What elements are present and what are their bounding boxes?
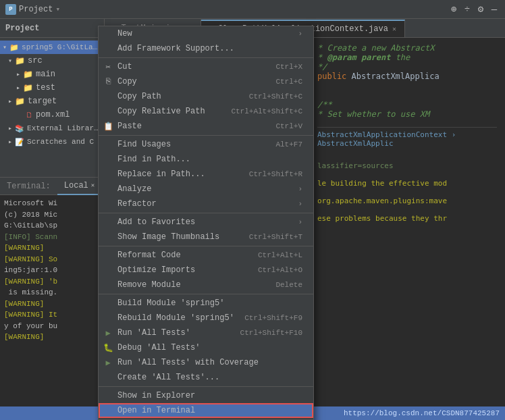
scratches-label: Scratches and C <box>27 138 94 146</box>
status-bar-right: https://blog.csdn.net/CSDN877425287 <box>344 409 500 417</box>
menu-remove-module-label: Remove Module <box>117 280 275 290</box>
menu-item-run-all-tests[interactable]: ▶ Run 'All Tests' Ctrl+Shift+F10 <box>99 325 313 340</box>
terminal-content: Microsoft Wi (c) 2018 Mic G:\GitLab\sp [… <box>0 195 105 420</box>
menu-optimize-label: Optimize Imports <box>117 265 258 275</box>
project-folder-icon: 📁 <box>9 43 19 52</box>
menu-item-copy-path[interactable]: Copy Path Ctrl+Shift+C <box>99 89 313 104</box>
ext-libs-icon: 📚 <box>15 124 24 133</box>
menu-item-analyze[interactable]: Analyze › <box>99 182 313 196</box>
menu-find-in-path-label: Find in Path... <box>117 155 302 164</box>
menu-run-tests-shortcut: Ctrl+Shift+F10 <box>240 329 302 337</box>
menu-item-run-with-coverage[interactable]: ▶ Run 'All Tests' with Coverage <box>99 355 313 370</box>
add-btn[interactable]: ⊕ <box>448 4 459 15</box>
menu-remove-module-shortcut: Delete <box>275 281 302 289</box>
menu-sep-1 <box>99 57 313 58</box>
terminal-panel: Terminal: Local ✕ Microsoft Wi (c) 2018 … <box>0 177 105 420</box>
target-arrow: ▸ <box>8 97 12 105</box>
main-label: main <box>36 70 55 79</box>
target-item[interactable]: ▸ 📁 target <box>0 95 104 108</box>
menu-find-usages-label: Find Usages <box>117 140 275 149</box>
terminal-line-9: ing5:jar:1.0 <box>4 265 101 276</box>
menu-replace-shortcut: Ctrl+Shift+R <box>249 170 302 178</box>
external-libs-item[interactable]: ▸ 📚 External Libraries <box>0 122 104 135</box>
menu-item-replace-in-path[interactable]: Replace in Path... Ctrl+Shift+R <box>99 167 313 182</box>
menu-item-show-thumbnails[interactable]: Show Image Thumbnails Ctrl+Shift+T <box>99 230 313 244</box>
right-code-3: */ <box>317 62 497 72</box>
menu-coverage-label: Run 'All Tests' with Coverage <box>117 358 302 367</box>
title-bar: P Project ▾ ⊕ ÷ ⚙ — <box>0 0 505 19</box>
terminal-line-13: [WARNING] It <box>4 309 101 321</box>
menu-item-reformat[interactable]: Reformat Code Ctrl+Alt+L <box>99 248 313 263</box>
project-icon: P <box>5 4 16 15</box>
menu-item-create-tests[interactable]: Create 'All Tests'... <box>99 370 313 385</box>
menu-item-open-terminal[interactable]: Open in Terminal <box>99 403 313 418</box>
menu-build-module-label: Build Module 'spring5' <box>117 298 302 308</box>
menu-add-fav-arrow: › <box>298 218 302 226</box>
project-header-label: Project <box>5 24 39 33</box>
menu-item-refactor[interactable]: Refactor › <box>99 196 313 211</box>
menu-item-find-in-path[interactable]: Find in Path... <box>99 152 313 167</box>
menu-item-new[interactable]: New › <box>99 26 313 41</box>
pom-file-icon: 🗋 <box>26 111 33 120</box>
menu-reformat-shortcut: Ctrl+Alt+L <box>258 251 302 259</box>
menu-thumbnails-label: Show Image Thumbnails <box>117 232 249 242</box>
terminal-line-1: Microsoft Wi <box>4 198 101 209</box>
scratches-item[interactable]: ▸ 📝 Scratches and C <box>0 135 104 149</box>
rt-line-7: ese problems because they thr <box>317 214 497 223</box>
menu-item-cut[interactable]: ✂ Cut Ctrl+X <box>99 59 313 74</box>
rt-line-4 <box>317 188 497 196</box>
terminal-tabs: Terminal: Local ✕ <box>0 178 105 195</box>
right-terminal-content: lassifier=sources le building the effect… <box>317 161 497 223</box>
menu-item-optimize-imports[interactable]: Optimize Imports Ctrl+Alt+O <box>99 263 313 278</box>
src-item[interactable]: ▾ 📁 src <box>0 54 104 68</box>
menu-rebuild-module-label: Rebuild Module 'spring5' <box>117 313 244 323</box>
menu-item-build-module[interactable]: Build Module 'spring5' <box>99 296 313 311</box>
sidebar-header: Project <box>0 19 104 38</box>
src-folder-icon: 📁 <box>15 56 25 66</box>
menu-item-copy[interactable]: ⎘ Copy Ctrl+C <box>99 74 313 89</box>
menu-rebuild-shortcut: Ctrl+Shift+F9 <box>244 314 302 322</box>
minimize-btn[interactable]: — <box>489 4 500 15</box>
tab-classpathxml-close[interactable]: ✕ <box>392 25 396 33</box>
menu-analyze-label: Analyze <box>117 184 298 194</box>
terminal-line-3: (c) 2018 Mic <box>4 209 101 221</box>
right-code-4: public AbstractXmlApplica <box>317 72 497 81</box>
pom-item[interactable]: 🗋 pom.xml <box>0 108 104 122</box>
right-code-5 <box>317 81 497 90</box>
menu-item-debug-tests[interactable]: 🐛 Debug 'All Tests' <box>99 340 313 355</box>
right-code-panel: * Create a new AbstractX * @param parent… <box>309 38 505 405</box>
menu-item-add-favorites[interactable]: Add to Favorites › <box>99 215 313 230</box>
title-bar-left: P Project ▾ <box>5 4 444 15</box>
terminal-line-15: [WARNING] <box>4 332 101 343</box>
menu-sep-4 <box>99 246 313 246</box>
ext-arrow: ▸ <box>8 124 12 132</box>
menu-reformat-label: Reformat Code <box>117 251 258 260</box>
expand-arrow: ▾ <box>3 43 7 51</box>
menu-item-show-in-explorer[interactable]: Show in Explorer <box>99 388 313 403</box>
menu-item-remove-module[interactable]: Remove Module Delete <box>99 278 313 292</box>
menu-item-find-usages[interactable]: Find Usages Alt+F7 <box>99 137 313 152</box>
menu-analyze-arrow: › <box>298 185 302 193</box>
menu-item-paste[interactable]: 📋 Paste Ctrl+V <box>99 119 313 134</box>
test-item[interactable]: ▸ 📁 test <box>0 81 104 95</box>
menu-item-add-framework[interactable]: Add Framework Support... <box>99 41 313 56</box>
terminal-tab-local[interactable]: Local ✕ <box>57 178 101 195</box>
main-item[interactable]: ▸ 📁 main <box>0 68 104 81</box>
rt-line-6 <box>317 205 497 214</box>
terminal-line-14: y of your bu <box>4 321 101 332</box>
title-dropdown-arrow[interactable]: ▾ <box>55 5 60 14</box>
menu-run-tests-label: Run 'All Tests' <box>117 328 240 338</box>
terminal-tab-label[interactable]: Terminal: <box>0 178 57 195</box>
rt-line-2 <box>317 170 497 179</box>
menu-copy-label: Copy <box>117 77 275 86</box>
split-btn[interactable]: ÷ <box>462 4 473 15</box>
menu-item-rebuild-module[interactable]: Rebuild Module 'spring5' Ctrl+Shift+F9 <box>99 311 313 325</box>
right-breadcrumb: AbstractXmlApplicationContext › Abstract… <box>317 127 497 148</box>
menu-item-copy-relative-path[interactable]: Copy Relative Path Ctrl+Alt+Shift+C <box>99 104 313 119</box>
project-root-item[interactable]: ▾ 📁 spring5 G:\GitLab\spring5 <box>0 41 104 54</box>
right-code-2: * @param parent the <box>317 53 497 62</box>
right-code-6 <box>317 90 497 100</box>
terminal-close-icon[interactable]: ✕ <box>91 182 95 189</box>
target-label: target <box>28 97 57 106</box>
settings-btn[interactable]: ⚙ <box>475 4 486 15</box>
